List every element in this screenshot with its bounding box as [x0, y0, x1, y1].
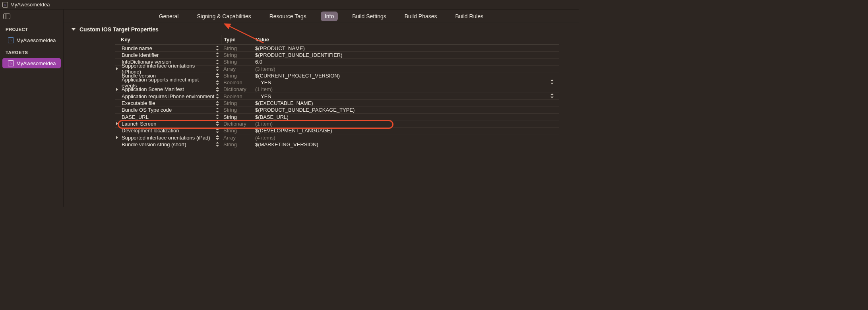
stepper-icon[interactable]: [550, 93, 554, 100]
plist-type-cell[interactable]: String: [221, 73, 253, 79]
plist-row[interactable]: Development localizationString$(DEVELOPM…: [115, 127, 559, 134]
plist-value-cell[interactable]: $(DEVELOPMENT_LANGUAGE): [253, 128, 559, 134]
plist-type-cell[interactable]: String: [221, 128, 253, 134]
plist-value-cell[interactable]: 6.0: [253, 59, 559, 65]
stepper-icon[interactable]: [215, 121, 219, 126]
tab-general[interactable]: General: [155, 12, 183, 21]
stepper-icon[interactable]: [215, 135, 219, 140]
plist-row[interactable]: Application requires iPhone environmentB…: [115, 93, 559, 99]
header-type[interactable]: Type: [221, 35, 253, 44]
plist-type-cell[interactable]: Boolean: [221, 79, 253, 85]
header-key[interactable]: Key: [115, 35, 221, 44]
plist-row[interactable]: Bundle version string (short)String$(MAR…: [115, 141, 559, 147]
plist-type-cell[interactable]: Array: [221, 66, 253, 72]
plist-value-cell[interactable]: $(PRODUCT_BUNDLE_PACKAGE_TYPE): [253, 107, 559, 113]
stepper-icon[interactable]: [215, 80, 219, 85]
plist-row[interactable]: Launch ScreenDictionary(1 item): [115, 120, 559, 127]
plist-value-cell[interactable]: YES: [253, 93, 559, 100]
plist-key-cell[interactable]: Bundle OS Type code: [115, 107, 221, 113]
stepper-icon[interactable]: [215, 101, 219, 106]
stepper-icon[interactable]: [215, 107, 219, 113]
tab-resource-tags[interactable]: Resource Tags: [265, 12, 310, 21]
sidebar-section-project: PROJECT: [0, 25, 63, 34]
tab-build-rules[interactable]: Build Rules: [451, 12, 488, 21]
plist-key-cell[interactable]: Development localization: [115, 128, 221, 134]
chevron-right-icon[interactable]: [116, 67, 118, 70]
plist-value-cell[interactable]: (1 item): [253, 121, 559, 127]
plist-value-label: $(CURRENT_PROJECT_VERSION): [255, 73, 340, 79]
stepper-icon[interactable]: [215, 52, 219, 58]
plist-type-cell[interactable]: String: [221, 52, 253, 58]
plist-value-cell[interactable]: $(MARKETING_VERSION): [253, 141, 559, 147]
stepper-icon[interactable]: [215, 66, 219, 72]
plist-key-cell[interactable]: Bundle identifier: [115, 52, 221, 58]
title-bar: ⌂ MyAwesomeIdea: [0, 0, 579, 10]
plist-body: Bundle nameString$(PRODUCT_NAME)Bundle i…: [115, 45, 559, 147]
plist-key-cell[interactable]: Executable file: [115, 100, 221, 106]
target-icon: ⌂: [8, 60, 14, 66]
chevron-right-icon[interactable]: [116, 122, 118, 125]
plist-type-cell[interactable]: Dictionary: [221, 121, 253, 127]
tab-build-phases[interactable]: Build Phases: [401, 12, 441, 21]
plist-key-cell[interactable]: Launch Screen: [115, 121, 221, 127]
sidebar-toggle-icon[interactable]: [3, 14, 10, 19]
plist-value-cell[interactable]: $(EXECUTABLE_NAME): [253, 100, 559, 106]
plist-key-label: Supported interface orientations (iPad): [115, 135, 210, 141]
plist-key-label: Development localization: [115, 128, 179, 134]
tabstrip: General Signing & Capabilities Resource …: [64, 10, 579, 23]
plist-key-cell[interactable]: Bundle version string (short): [115, 141, 221, 147]
chevron-right-icon[interactable]: [116, 88, 118, 91]
plist-type-cell[interactable]: Dictionary: [221, 86, 253, 92]
plist-row[interactable]: Bundle nameString$(PRODUCT_NAME): [115, 45, 559, 51]
plist-key-cell[interactable]: BASE_URL: [115, 114, 221, 120]
plist-row[interactable]: Application Scene ManifestDictionary(1 i…: [115, 86, 559, 93]
plist-row[interactable]: Supported interface orientations (iPhone…: [115, 65, 559, 72]
plist-row[interactable]: Bundle OS Type codeString$(PRODUCT_BUNDL…: [115, 107, 559, 113]
sidebar-target-item[interactable]: ⌂ MyAwesomeIdea: [2, 58, 61, 68]
plist-value-cell[interactable]: $(PRODUCT_BUNDLE_IDENTIFIER): [253, 52, 559, 58]
plist-value-cell[interactable]: $(CURRENT_PROJECT_VERSION): [253, 73, 559, 79]
stepper-icon[interactable]: [215, 93, 219, 99]
header-value[interactable]: Value: [253, 35, 559, 44]
plist-value-cell[interactable]: $(BASE_URL): [253, 114, 559, 120]
sidebar: PROJECT ⌂ MyAwesomeIdea TARGETS ⌂ MyAwes…: [0, 10, 64, 207]
plist-type-cell[interactable]: Boolean: [221, 93, 253, 99]
plist-value-label: (3 items): [255, 66, 275, 72]
section-header[interactable]: Custom iOS Target Properties: [64, 23, 579, 35]
plist-row[interactable]: Bundle identifierString$(PRODUCT_BUNDLE_…: [115, 51, 559, 58]
plist-row[interactable]: Supported interface orientations (iPad)A…: [115, 134, 559, 141]
sidebar-project-item[interactable]: ⌂ MyAwesomeIdea: [2, 35, 61, 45]
plist-type-cell[interactable]: Array: [221, 135, 253, 141]
tab-build-settings[interactable]: Build Settings: [348, 12, 390, 21]
plist-value-cell[interactable]: $(PRODUCT_NAME): [253, 45, 559, 51]
stepper-icon[interactable]: [215, 87, 219, 92]
stepper-icon[interactable]: [215, 45, 219, 51]
plist-key-label: Launch Screen: [115, 121, 156, 127]
plist-value-cell[interactable]: (1 item): [253, 86, 559, 92]
plist-key-cell[interactable]: Bundle name: [115, 45, 221, 51]
plist-type-cell[interactable]: String: [221, 141, 253, 147]
content-area: General Signing & Capabilities Resource …: [64, 10, 579, 207]
plist-value-cell[interactable]: YES: [253, 79, 559, 86]
plist-type-cell[interactable]: String: [221, 100, 253, 106]
tab-info[interactable]: Info: [321, 12, 338, 21]
plist-row[interactable]: Application supports indirect input even…: [115, 79, 559, 85]
plist-type-cell[interactable]: String: [221, 114, 253, 120]
plist-value-cell[interactable]: (3 items): [253, 66, 559, 72]
plist-value-label: (1 item): [255, 121, 273, 127]
plist-type-cell[interactable]: String: [221, 45, 253, 51]
stepper-icon[interactable]: [215, 114, 219, 120]
plist-row[interactable]: Executable fileString$(EXECUTABLE_NAME): [115, 99, 559, 106]
plist-row[interactable]: BASE_URLString$(BASE_URL): [115, 113, 559, 120]
plist-key-cell[interactable]: Supported interface orientations (iPad): [115, 135, 221, 141]
plist-key-cell[interactable]: Application requires iPhone environment: [115, 93, 221, 99]
plist-type-cell[interactable]: String: [221, 107, 253, 113]
stepper-icon[interactable]: [215, 128, 219, 134]
chevron-right-icon[interactable]: [116, 136, 118, 139]
plist-value-cell[interactable]: (4 items): [253, 135, 559, 141]
plist-type-cell[interactable]: String: [221, 59, 253, 65]
tab-signing[interactable]: Signing & Capabilities: [193, 12, 255, 21]
plist-key-cell[interactable]: Application Scene Manifest: [115, 86, 221, 92]
stepper-icon[interactable]: [550, 79, 554, 86]
stepper-icon[interactable]: [215, 141, 219, 147]
